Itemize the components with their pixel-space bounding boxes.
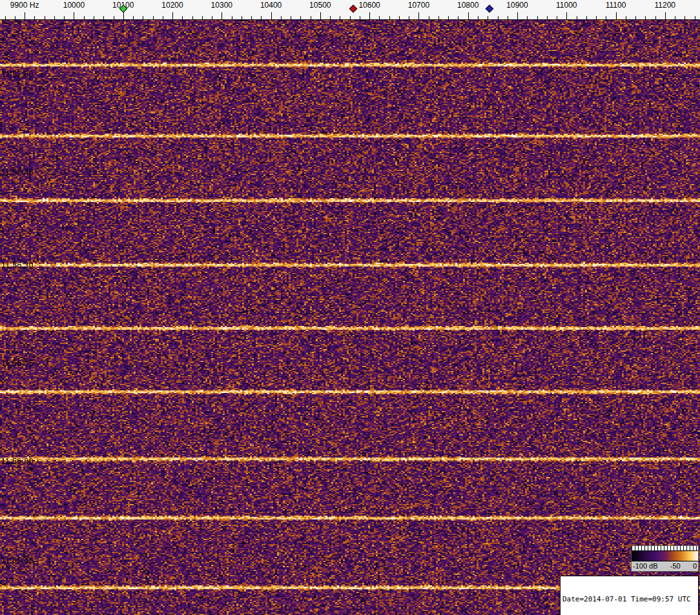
ruler-minor-tick <box>360 16 360 19</box>
ruler-minor-tick <box>527 16 528 19</box>
ruler-minor-tick <box>557 16 557 19</box>
time-label: 11:57:00 <box>1 70 34 79</box>
ruler-major-tick <box>418 12 419 19</box>
status-info-box: Date=2014-07-01 Time=09:57 UTC Freq=143 … <box>560 576 699 615</box>
ruler-major-tick <box>517 12 518 19</box>
time-label: 11:55:45 <box>1 556 34 565</box>
ruler-minor-tick <box>488 16 488 19</box>
ruler-minor-tick <box>675 16 675 19</box>
ruler-major-tick <box>369 12 370 19</box>
ruler-minor-tick <box>202 16 203 19</box>
ruler-minor-tick <box>45 16 45 19</box>
legend-label-min: -100 dB <box>633 562 658 570</box>
ruler-minor-tick <box>300 16 301 19</box>
ruler-minor-tick <box>508 16 508 19</box>
ruler-minor-tick <box>242 16 242 19</box>
ruler-minor-tick <box>133 16 134 19</box>
ruler-minor-tick <box>340 16 340 19</box>
ruler-minor-tick <box>379 16 380 19</box>
time-label: 11:56:45 <box>1 168 34 177</box>
ruler-minor-tick <box>685 16 685 19</box>
frequency-marker-blue[interactable] <box>485 5 493 13</box>
ruler-minor-tick <box>103 16 104 19</box>
ruler-minor-tick <box>586 16 587 19</box>
ruler-minor-tick <box>84 16 85 19</box>
ruler-minor-tick <box>212 16 212 19</box>
ruler-label: 11000 <box>556 1 577 10</box>
ruler-label: 10400 <box>260 1 282 10</box>
ruler-minor-tick <box>153 16 154 19</box>
ruler-minor-tick <box>192 16 193 19</box>
ruler-minor-tick <box>54 16 55 19</box>
ruler-minor-tick <box>577 16 577 19</box>
ruler-major-tick <box>74 12 74 19</box>
ruler-minor-tick <box>163 16 163 19</box>
ruler-major-tick <box>468 12 469 19</box>
ruler-label: 11100 <box>606 1 626 10</box>
ruler-minor-tick <box>399 16 400 19</box>
ruler-minor-tick <box>655 16 656 19</box>
ruler-minor-tick <box>458 16 458 19</box>
ruler-minor-tick <box>261 16 262 19</box>
color-scale-labels: -100 dB -50 0 <box>632 561 698 571</box>
color-scale-ticks <box>632 546 698 550</box>
legend-label-mid: -50 <box>670 562 681 570</box>
ruler-minor-tick <box>547 16 548 19</box>
color-scale-legend: -100 dB -50 0 <box>631 545 699 572</box>
ruler-minor-tick <box>596 16 597 19</box>
ruler-minor-tick <box>429 16 429 19</box>
ruler-minor-tick <box>143 16 143 19</box>
ruler-major-tick <box>25 12 25 19</box>
time-label: 11:56:00 <box>1 457 34 466</box>
ruler-minor-tick <box>15 16 15 19</box>
frequency-ruler[interactable]: 9900 Hz100001010010200103001040010500106… <box>0 0 700 20</box>
ruler-minor-tick <box>311 16 311 19</box>
ruler-label: 10600 <box>358 1 380 10</box>
time-label: 11:56:30 <box>1 261 34 270</box>
ruler-major-tick <box>320 12 321 19</box>
info-date-time: Date=2014-07-01 Time=09:57 UTC <box>562 595 696 604</box>
color-scale-gradient <box>632 550 698 561</box>
time-label: 11:56:15 <box>1 359 34 368</box>
ruler-minor-tick <box>478 16 479 19</box>
ruler-minor-tick <box>438 16 439 19</box>
ruler-minor-tick <box>64 16 65 19</box>
ruler-minor-tick <box>448 16 449 19</box>
ruler-label: 10300 <box>211 1 232 10</box>
ruler-major-tick <box>665 12 666 19</box>
ruler-minor-tick <box>635 16 636 19</box>
ruler-label: 9900 Hz <box>10 1 39 10</box>
spectrogram-waterfall[interactable] <box>0 20 700 615</box>
ruler-minor-tick <box>114 16 114 19</box>
ruler-minor-tick <box>232 16 232 19</box>
ruler-minor-tick <box>606 16 606 19</box>
ruler-label: 10000 <box>63 1 85 10</box>
ruler-minor-tick <box>291 16 291 19</box>
ruler-major-tick <box>221 12 222 19</box>
ruler-major-tick <box>172 12 173 19</box>
frequency-marker-red[interactable] <box>349 5 358 13</box>
ruler-minor-tick <box>498 16 499 19</box>
ruler-minor-tick <box>537 16 538 19</box>
waterfall-app: 9900 Hz100001010010200103001040010500106… <box>0 0 700 615</box>
ruler-minor-tick <box>389 16 390 19</box>
ruler-minor-tick <box>330 16 331 19</box>
ruler-minor-tick <box>34 16 35 19</box>
ruler-minor-tick <box>5 16 6 19</box>
ruler-label: 10200 <box>161 1 183 10</box>
ruler-minor-tick <box>94 16 94 19</box>
ruler-minor-tick <box>695 16 695 19</box>
ruler-minor-tick <box>626 16 626 19</box>
ruler-label: 10900 <box>506 1 528 10</box>
ruler-major-tick <box>123 12 124 19</box>
ruler-major-tick <box>271 12 272 19</box>
ruler-major-tick <box>566 12 567 19</box>
ruler-label: 10500 <box>309 1 331 10</box>
ruler-label: 11200 <box>655 1 675 10</box>
ruler-minor-tick <box>182 16 183 19</box>
ruler-minor-tick <box>350 16 351 19</box>
ruler-minor-tick <box>281 16 282 19</box>
ruler-minor-tick <box>409 16 409 19</box>
ruler-label: 10700 <box>408 1 429 10</box>
ruler-major-tick <box>616 12 617 19</box>
